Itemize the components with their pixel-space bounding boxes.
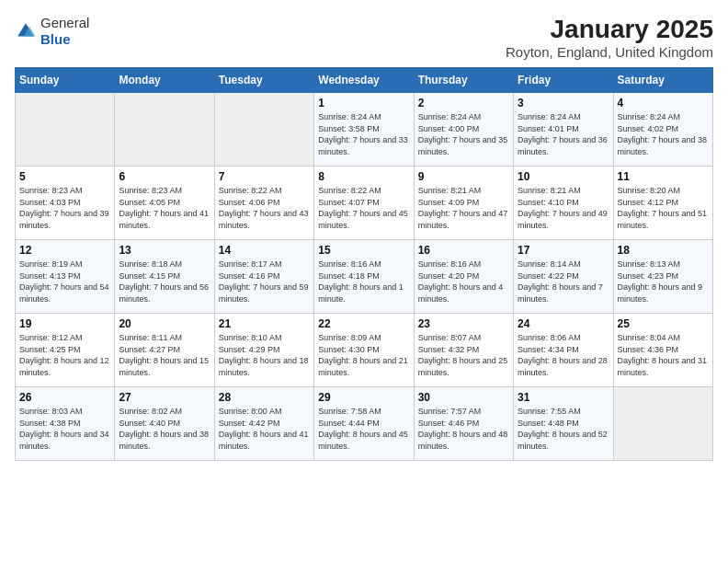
logo-icon: [15, 20, 37, 42]
calendar-cell: 26Sunrise: 8:03 AMSunset: 4:38 PMDayligh…: [16, 387, 115, 461]
day-info: Sunrise: 8:20 AMSunset: 4:12 PMDaylight:…: [618, 185, 709, 231]
day-info: Sunrise: 8:03 AMSunset: 4:38 PMDaylight:…: [19, 406, 110, 452]
weekday-header-monday: Monday: [115, 68, 214, 93]
calendar-cell: 16Sunrise: 8:16 AMSunset: 4:20 PMDayligh…: [414, 240, 513, 314]
day-number: 16: [418, 244, 509, 257]
calendar-cell: [16, 93, 115, 167]
calendar-cell: 11Sunrise: 8:20 AMSunset: 4:12 PMDayligh…: [613, 167, 712, 240]
weekday-header-saturday: Saturday: [613, 68, 712, 93]
day-info: Sunrise: 8:02 AMSunset: 4:40 PMDaylight:…: [119, 406, 210, 452]
day-number: 20: [119, 317, 210, 330]
calendar-cell: 14Sunrise: 8:17 AMSunset: 4:16 PMDayligh…: [214, 240, 313, 314]
day-number: 22: [318, 317, 409, 330]
day-info: Sunrise: 8:10 AMSunset: 4:29 PMDaylight:…: [219, 332, 310, 378]
calendar-cell: 28Sunrise: 8:00 AMSunset: 4:42 PMDayligh…: [214, 387, 313, 461]
calendar-cell: 27Sunrise: 8:02 AMSunset: 4:40 PMDayligh…: [115, 387, 214, 461]
day-info: Sunrise: 8:07 AMSunset: 4:32 PMDaylight:…: [418, 332, 509, 378]
day-number: 2: [418, 97, 509, 109]
day-number: 31: [518, 391, 609, 404]
day-number: 5: [19, 170, 110, 183]
calendar-cell: 23Sunrise: 8:07 AMSunset: 4:32 PMDayligh…: [414, 314, 513, 387]
day-number: 25: [618, 317, 709, 330]
day-number: 27: [119, 391, 210, 404]
day-info: Sunrise: 8:00 AMSunset: 4:42 PMDaylight:…: [219, 406, 310, 452]
day-info: Sunrise: 8:24 AMSunset: 4:00 PMDaylight:…: [418, 111, 509, 157]
day-info: Sunrise: 8:12 AMSunset: 4:25 PMDaylight:…: [19, 332, 110, 378]
calendar-cell: 7Sunrise: 8:22 AMSunset: 4:06 PMDaylight…: [214, 167, 313, 240]
calendar-cell: 2Sunrise: 8:24 AMSunset: 4:00 PMDaylight…: [414, 93, 513, 167]
day-number: 15: [318, 244, 409, 257]
calendar-cell: 17Sunrise: 8:14 AMSunset: 4:22 PMDayligh…: [514, 240, 613, 314]
page-header: General Blue January 2025 Royton, Englan…: [15, 15, 713, 60]
calendar-cell: 20Sunrise: 8:11 AMSunset: 4:27 PMDayligh…: [115, 314, 214, 387]
weekday-header-sunday: Sunday: [16, 68, 115, 93]
title-block: January 2025 Royton, England, United Kin…: [506, 15, 713, 60]
logo-text-blue: Blue: [40, 31, 71, 47]
day-number: 29: [318, 391, 409, 404]
calendar-cell: 25Sunrise: 8:04 AMSunset: 4:36 PMDayligh…: [613, 314, 712, 387]
day-info: Sunrise: 8:23 AMSunset: 4:05 PMDaylight:…: [119, 185, 210, 231]
calendar-cell: 22Sunrise: 8:09 AMSunset: 4:30 PMDayligh…: [314, 314, 414, 387]
calendar-cell: 12Sunrise: 8:19 AMSunset: 4:13 PMDayligh…: [16, 240, 115, 314]
day-info: Sunrise: 8:24 AMSunset: 4:01 PMDaylight:…: [518, 111, 609, 157]
day-number: 19: [19, 317, 110, 330]
calendar-cell: 13Sunrise: 8:18 AMSunset: 4:15 PMDayligh…: [115, 240, 214, 314]
calendar-cell: 9Sunrise: 8:21 AMSunset: 4:09 PMDaylight…: [414, 167, 513, 240]
calendar-cell: 29Sunrise: 7:58 AMSunset: 4:44 PMDayligh…: [314, 387, 414, 461]
calendar-cell: 10Sunrise: 8:21 AMSunset: 4:10 PMDayligh…: [514, 167, 613, 240]
day-number: 30: [418, 391, 509, 404]
day-number: 7: [219, 170, 310, 183]
day-info: Sunrise: 8:09 AMSunset: 4:30 PMDaylight:…: [318, 332, 409, 378]
day-info: Sunrise: 8:24 AMSunset: 3:58 PMDaylight:…: [318, 111, 409, 157]
calendar-table: SundayMondayTuesdayWednesdayThursdayFrid…: [15, 67, 713, 461]
day-info: Sunrise: 7:55 AMSunset: 4:48 PMDaylight:…: [518, 406, 609, 452]
weekday-header-thursday: Thursday: [414, 68, 513, 93]
day-info: Sunrise: 8:16 AMSunset: 4:18 PMDaylight:…: [318, 259, 409, 304]
calendar-cell: 24Sunrise: 8:06 AMSunset: 4:34 PMDayligh…: [514, 314, 613, 387]
location-title: Royton, England, United Kingdom: [506, 44, 713, 60]
day-number: 4: [618, 97, 709, 109]
calendar-cell: 15Sunrise: 8:16 AMSunset: 4:18 PMDayligh…: [314, 240, 414, 314]
calendar-cell: 4Sunrise: 8:24 AMSunset: 4:02 PMDaylight…: [613, 93, 712, 167]
weekday-header-wednesday: Wednesday: [314, 68, 414, 93]
day-info: Sunrise: 8:16 AMSunset: 4:20 PMDaylight:…: [418, 259, 509, 304]
day-info: Sunrise: 8:14 AMSunset: 4:22 PMDaylight:…: [518, 259, 609, 304]
day-info: Sunrise: 8:11 AMSunset: 4:27 PMDaylight:…: [119, 332, 210, 378]
day-number: 28: [219, 391, 310, 404]
weekday-header-tuesday: Tuesday: [214, 68, 313, 93]
day-info: Sunrise: 8:18 AMSunset: 4:15 PMDaylight:…: [119, 259, 210, 304]
day-number: 13: [119, 244, 210, 257]
day-number: 26: [19, 391, 110, 404]
day-number: 3: [518, 97, 609, 109]
calendar-cell: 3Sunrise: 8:24 AMSunset: 4:01 PMDaylight…: [514, 93, 613, 167]
month-title: January 2025: [506, 15, 713, 44]
calendar-cell: 18Sunrise: 8:13 AMSunset: 4:23 PMDayligh…: [613, 240, 712, 314]
day-number: 10: [518, 170, 609, 183]
day-number: 23: [418, 317, 509, 330]
day-info: Sunrise: 8:13 AMSunset: 4:23 PMDaylight:…: [618, 259, 709, 304]
calendar-cell: 21Sunrise: 8:10 AMSunset: 4:29 PMDayligh…: [214, 314, 313, 387]
calendar-cell: 5Sunrise: 8:23 AMSunset: 4:03 PMDaylight…: [16, 167, 115, 240]
day-info: Sunrise: 8:17 AMSunset: 4:16 PMDaylight:…: [219, 259, 310, 304]
calendar-cell: [214, 93, 313, 167]
calendar-cell: 30Sunrise: 7:57 AMSunset: 4:46 PMDayligh…: [414, 387, 513, 461]
calendar-cell: 1Sunrise: 8:24 AMSunset: 3:58 PMDaylight…: [314, 93, 414, 167]
day-info: Sunrise: 8:22 AMSunset: 4:07 PMDaylight:…: [318, 185, 409, 231]
day-number: 6: [119, 170, 210, 183]
day-number: 11: [618, 170, 709, 183]
day-info: Sunrise: 7:58 AMSunset: 4:44 PMDaylight:…: [318, 406, 409, 452]
day-number: 24: [518, 317, 609, 330]
calendar-cell: 8Sunrise: 8:22 AMSunset: 4:07 PMDaylight…: [314, 167, 414, 240]
day-number: 17: [518, 244, 609, 257]
calendar-cell: 19Sunrise: 8:12 AMSunset: 4:25 PMDayligh…: [16, 314, 115, 387]
day-number: 14: [219, 244, 310, 257]
day-info: Sunrise: 8:06 AMSunset: 4:34 PMDaylight:…: [518, 332, 609, 378]
calendar-cell: [613, 387, 712, 461]
day-info: Sunrise: 8:04 AMSunset: 4:36 PMDaylight:…: [618, 332, 709, 378]
day-number: 9: [418, 170, 509, 183]
day-number: 8: [318, 170, 409, 183]
logo: General Blue: [15, 15, 89, 48]
day-info: Sunrise: 8:22 AMSunset: 4:06 PMDaylight:…: [219, 185, 310, 231]
calendar-cell: 6Sunrise: 8:23 AMSunset: 4:05 PMDaylight…: [115, 167, 214, 240]
day-info: Sunrise: 8:21 AMSunset: 4:10 PMDaylight:…: [518, 185, 609, 231]
